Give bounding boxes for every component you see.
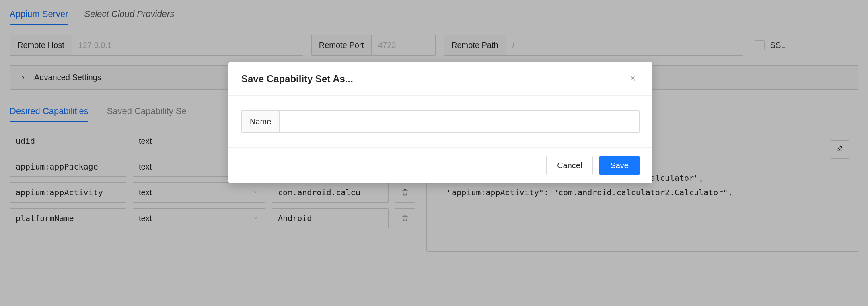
- modal-footer: Cancel Save: [228, 148, 652, 183]
- save-capability-modal: Save Capability Set As... Name Cancel Sa…: [228, 62, 652, 183]
- modal-body: Name: [228, 96, 652, 148]
- modal-name-label: Name: [241, 110, 279, 133]
- modal-title: Save Capability Set As...: [241, 73, 353, 85]
- modal-header: Save Capability Set As...: [228, 62, 652, 96]
- close-icon: [629, 74, 636, 84]
- modal-name-field: Name: [241, 110, 640, 133]
- modal-name-input[interactable]: [279, 110, 640, 133]
- cancel-button[interactable]: Cancel: [546, 156, 593, 175]
- modal-close-button[interactable]: [626, 72, 640, 86]
- save-button[interactable]: Save: [599, 156, 640, 175]
